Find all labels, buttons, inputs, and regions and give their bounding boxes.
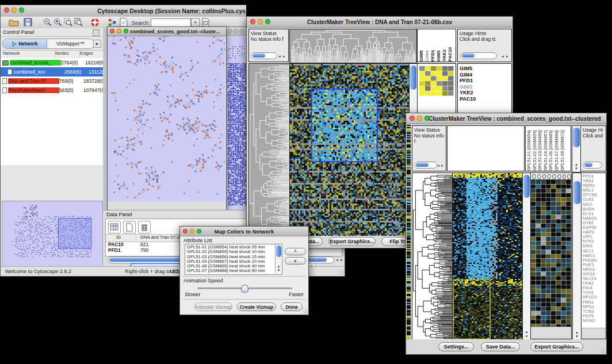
- column-label[interactable]: GPL51-07 (GSM868): [554, 126, 560, 171]
- col-edges[interactable]: Edges: [80, 51, 103, 58]
- done-button[interactable]: Done: [281, 302, 303, 311]
- column-label[interactable]: PAC10: [447, 29, 453, 62]
- column-label[interactable]: GIM5: [419, 29, 424, 62]
- scroll-right-icon[interactable]: ►: [340, 258, 343, 262]
- create-vizmap-button[interactable]: Create Vizmap: [237, 302, 276, 311]
- column-label[interactable]: GPL51-01 (GSM854): [526, 126, 532, 171]
- view-status-hscrollbar[interactable]: [414, 162, 437, 168]
- minimize-icon: [117, 29, 121, 33]
- usage-hints-hscrollbar[interactable]: [460, 52, 497, 59]
- dense-network-canvas[interactable]: [226, 36, 249, 210]
- scroll-right-icon[interactable]: ►: [282, 54, 286, 59]
- column-label[interactable]: GPL51-04 (GSM857): [543, 126, 549, 171]
- slider-thumb[interactable]: [241, 285, 248, 293]
- column-label[interactable]: PFD1: [430, 29, 436, 62]
- column-label[interactable]: YKE2: [442, 29, 447, 62]
- data-col-id[interactable]: ID: [116, 235, 121, 240]
- network-view-window[interactable]: combined_scores_good.txt--cluste...: [107, 26, 227, 212]
- annotation-icon[interactable]: [120, 18, 128, 27]
- col-network[interactable]: Network: [1, 51, 55, 58]
- table-grid-icon[interactable]: [108, 221, 121, 233]
- tv1-titlebar[interactable]: ClusterMaker TreeView : DNA and Tran 07-…: [247, 17, 512, 28]
- tv2-row-dendrogram[interactable]: [412, 173, 453, 340]
- column-label[interactable]: GIM3: [436, 29, 442, 62]
- usage-hints-hscrollbar[interactable]: [583, 162, 602, 168]
- gene-name[interactable]: PFD1: [458, 78, 511, 84]
- attribute-item[interactable]: GPL51-07 (GSM868) heat shock 60 min: [185, 269, 282, 273]
- network-list-row[interactable]: combined_sco 2569(6) 13112(15): [1, 67, 103, 76]
- delete-attribute-icon[interactable]: [138, 221, 151, 233]
- col-nodes[interactable]: Nodes: [55, 51, 80, 58]
- tv2-selection-heatmap[interactable]: [531, 180, 571, 327]
- gene-name[interactable]: YKE2: [458, 90, 511, 96]
- move-down-button[interactable]: v: [285, 257, 306, 265]
- tv2-column-vscrollbar[interactable]: ▲▼: [572, 125, 581, 173]
- vizmap-icon[interactable]: [108, 18, 117, 27]
- zoom-out-icon[interactable]: [43, 18, 52, 26]
- save-icon[interactable]: [24, 18, 32, 26]
- zoom-fit-icon[interactable]: [74, 18, 83, 26]
- tv1-row-dendrogram[interactable]: [248, 63, 290, 237]
- column-label[interactable]: GPL51-02 (GSM855): [532, 126, 538, 171]
- resize-grip[interactable]: [302, 308, 308, 314]
- move-up-button[interactable]: ^: [285, 248, 306, 255]
- tv2-heatmap-vscrollbar[interactable]: ▲▼: [522, 173, 531, 340]
- gene-name[interactable]: GIM5: [458, 66, 511, 72]
- export-graphics-button[interactable]: Export Graphics...: [530, 342, 583, 351]
- export-graphics-button[interactable]: Export Graphics...: [328, 237, 376, 246]
- network-canvas[interactable]: [108, 27, 225, 201]
- save-data-button[interactable]: Save Data...: [481, 342, 520, 351]
- attribute-list-vscrollbar[interactable]: ▲▼: [275, 244, 282, 273]
- close-icon: [110, 29, 114, 33]
- zoom-selected-icon[interactable]: [64, 18, 72, 26]
- tv2-column-dendrogram-area[interactable]: [447, 125, 525, 171]
- tv1-cluster-matrix[interactable]: [419, 66, 454, 96]
- scroll-left-icon[interactable]: ◄: [335, 258, 339, 262]
- search-input[interactable]: [151, 18, 191, 27]
- tv1-column-dendrogram[interactable]: [289, 29, 417, 63]
- scroll-left-icon[interactable]: ◄: [501, 54, 504, 59]
- scroll-right-icon[interactable]: ►: [506, 54, 509, 59]
- float-panel-icon[interactable]: [93, 29, 100, 36]
- gene-name[interactable]: GIM3: [458, 84, 511, 90]
- tv1-heatmap[interactable]: [289, 63, 410, 237]
- scroll-left-icon[interactable]: ◄: [437, 163, 440, 168]
- tv2-selection-vscrollbar[interactable]: ▲▼: [572, 173, 582, 340]
- tab-overflow-button[interactable]: ▶: [93, 40, 101, 48]
- resize-grip[interactable]: [600, 348, 606, 354]
- scroll-left-icon[interactable]: ◄: [278, 54, 281, 59]
- search-dropdown-icon[interactable]: ▼: [191, 18, 200, 27]
- network-overview[interactable]: [2, 201, 103, 267]
- column-label[interactable]: GIM4: [424, 29, 430, 62]
- dialog-titlebar[interactable]: Map Colors to Network: [180, 227, 308, 236]
- animation-speed-slider[interactable]: [197, 288, 292, 289]
- tv2-gene-list[interactable]: PFD1YRA1RNR4MSL1SPC98CLN1NIS1BUD4ELG1MAK…: [582, 173, 606, 323]
- gene-name[interactable]: PAC10: [458, 96, 511, 102]
- resize-grip[interactable]: [338, 269, 344, 275]
- network-list-row[interactable]: RNAPuberNov2+ 563(0) 107847(0): [1, 86, 103, 95]
- attribute-browser-icon[interactable]: [202, 18, 211, 27]
- view-status-hscrollbar[interactable]: [251, 52, 277, 59]
- help-icon[interactable]: [90, 18, 100, 27]
- column-label[interactable]: GPL51-03 (GSM856): [537, 126, 543, 171]
- attribute-listbox[interactable]: GPL51-01 (GSM854) heat shock 05 minGPL51…: [185, 244, 282, 275]
- tv2-titlebar[interactable]: ClusterMaker TreeView : combined_scores_…: [406, 113, 606, 124]
- network-nodes-count: 2569(6): [64, 69, 89, 75]
- tv2-heatmap[interactable]: [452, 173, 523, 340]
- network-list-row[interactable]: combined_scores_ 2764(0) 16218(0): [1, 58, 103, 67]
- network-list-row[interactable]: DNA and Tran 07 769(0) 183728(0): [1, 76, 103, 86]
- zoom-in-icon[interactable]: [53, 18, 62, 26]
- gene-name[interactable]: GIM4: [458, 72, 511, 78]
- gene-name[interactable]: MON2: [582, 319, 606, 323]
- column-label[interactable]: GPL51-06 (GSM865): [548, 126, 554, 171]
- window-controls[interactable]: [4, 7, 24, 13]
- network-type-icon: [2, 78, 7, 84]
- column-label[interactable]: GPL51-08 (GSM872): [560, 126, 565, 171]
- new-attribute-icon[interactable]: [123, 221, 136, 233]
- open-file-icon[interactable]: [9, 18, 19, 26]
- settings-button[interactable]: Settings...: [438, 342, 474, 351]
- scroll-right-icon[interactable]: ►: [441, 163, 444, 168]
- tab-vizmapper[interactable]: VizMapper™: [47, 39, 94, 48]
- tab-network[interactable]: Network: [3, 39, 47, 48]
- animate-vizmap-button[interactable]: Animate Vizmap: [194, 302, 232, 311]
